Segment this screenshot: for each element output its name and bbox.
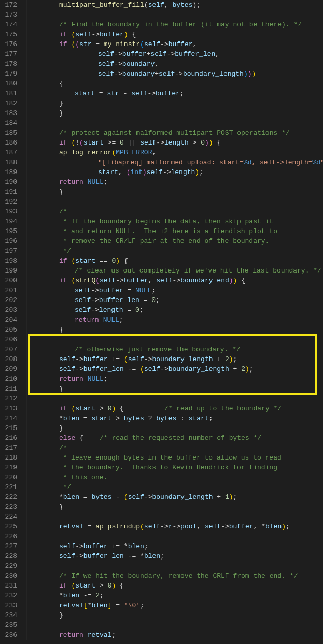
- code-line[interactable]: if (start == 0) {: [28, 256, 323, 266]
- token-cmt: /* otherwise just remove the boundary. *…: [75, 346, 241, 353]
- code-line[interactable]: if ((str = my_ninstr(self->buffer,: [28, 39, 323, 49]
- line-number: 185: [3, 128, 17, 138]
- code-line[interactable]: return NULL;: [28, 177, 323, 187]
- code-line[interactable]: *blen -= 2;: [28, 591, 323, 600]
- code-line[interactable]: if (strEQ(self->buffer, self->boundary_e…: [28, 276, 323, 285]
- token-id: blen: [144, 552, 160, 560]
- code-line[interactable]: "[libapreq] malformed upload: start=%d, …: [28, 158, 323, 167]
- token-cmt: * If the boundary begins the data, then …: [63, 218, 274, 225]
- code-line[interactable]: [28, 561, 323, 571]
- token-punc: ,: [148, 277, 157, 284]
- line-number: 213: [3, 404, 17, 413]
- line-number: 210: [3, 374, 17, 384]
- token-id: buffer: [122, 50, 147, 58]
- token-op: *: [59, 493, 63, 501]
- code-line[interactable]: [28, 620, 323, 630]
- code-line[interactable]: *blen = bytes - (self->boundary_length +…: [28, 492, 323, 502]
- code-line[interactable]: *blen = start > bytes ? bytes : start;: [28, 413, 323, 423]
- code-line[interactable]: [28, 532, 323, 541]
- token-punc: {: [116, 582, 124, 590]
- code-line[interactable]: [28, 512, 323, 522]
- code-line[interactable]: }: [28, 325, 323, 335]
- line-number: 195: [3, 226, 17, 236]
- line-number: 194: [3, 217, 17, 226]
- code-line[interactable]: start = str - self->buffer;: [28, 89, 323, 98]
- code-line[interactable]: }: [28, 108, 323, 118]
- code-line[interactable]: return NULL;: [28, 374, 323, 384]
- code-line[interactable]: }: [28, 98, 323, 108]
- token-num: 0: [120, 139, 124, 147]
- code-line[interactable]: self->buffer += (self->boundary_length +…: [28, 354, 323, 364]
- code-line[interactable]: if (!(start >= 0 || self->length > 0)) {: [28, 138, 323, 148]
- code-line[interactable]: retval = ap_pstrndup(self->r->pool, self…: [28, 522, 323, 532]
- code-line[interactable]: /*: [28, 443, 323, 453]
- token-ctl: return: [75, 316, 99, 324]
- token-ctl: return: [59, 375, 83, 383]
- code-line[interactable]: else { /* read the requested number of b…: [28, 433, 323, 443]
- code-line[interactable]: }: [28, 610, 323, 620]
- code-line[interactable]: * the boundary. Thanks to Kevin Hendrick…: [28, 463, 323, 473]
- code-line[interactable]: self->buffer = NULL;: [28, 285, 323, 295]
- token-id: self: [144, 365, 160, 373]
- token-id: length: [99, 306, 123, 314]
- code-line[interactable]: }: [28, 502, 323, 512]
- token-id: boundary_end: [180, 277, 229, 284]
- code-line[interactable]: /*: [28, 207, 323, 217]
- token-cmt: * the boundary. Thanks to Kevin Hendrick…: [63, 464, 277, 471]
- code-line[interactable]: return NULL;: [28, 315, 323, 325]
- code-line[interactable]: /* protect against malformed multipart P…: [28, 128, 323, 138]
- code-line[interactable]: }: [28, 384, 323, 394]
- token-yel: ): [229, 355, 233, 363]
- code-line[interactable]: self->buffer_len = 0;: [28, 295, 323, 305]
- token-op: *: [59, 592, 63, 599]
- code-line[interactable]: {: [28, 79, 323, 89]
- token-punc: ;: [100, 592, 104, 599]
- code-line[interactable]: * and return NULL. The +2 here is a fien…: [28, 226, 323, 236]
- code-line[interactable]: * leave enough bytes in the buffer to al…: [28, 453, 323, 463]
- line-number: 221: [3, 482, 17, 492]
- code-line[interactable]: self->buffer_len -= (self->boundary_leng…: [28, 364, 323, 374]
- code-line[interactable]: return retval;: [28, 630, 323, 640]
- token-yel: ): [229, 493, 233, 501]
- code-line[interactable]: ap_log_rerror(MPB_ERROR,: [28, 148, 323, 158]
- code-line[interactable]: /* If we hit the boundary, remove the CR…: [28, 571, 323, 581]
- code-line[interactable]: [28, 10, 323, 20]
- code-line[interactable]: multipart_buffer_fill(self, bytes);: [28, 0, 323, 10]
- line-number: 186: [3, 138, 17, 148]
- code-line[interactable]: /* otherwise just remove the boundary. *…: [28, 345, 323, 354]
- token-punc: ,: [196, 523, 205, 531]
- token-punc: ;: [180, 90, 184, 97]
- code-line[interactable]: * this one.: [28, 473, 323, 482]
- code-line[interactable]: * If the boundary begins the data, then …: [28, 217, 323, 226]
- code-editor[interactable]: 1721731741751761771781791801811821831841…: [0, 0, 323, 640]
- code-line[interactable]: * remove the CR/LF pair at the end of th…: [28, 236, 323, 246]
- code-line[interactable]: }: [28, 187, 323, 197]
- code-line[interactable]: self->buffer += *blen;: [28, 541, 323, 551]
- token-ctl: if: [59, 139, 67, 147]
- code-line[interactable]: self->buffer_len -= *blen;: [28, 551, 323, 561]
- code-line[interactable]: if (self->buffer) {: [28, 30, 323, 39]
- code-line[interactable]: /* Find the boundary in the buffer (it m…: [28, 20, 323, 30]
- code-line[interactable]: self->boundary+self->boundary_length))): [28, 69, 323, 79]
- code-line[interactable]: [28, 118, 323, 128]
- code-line[interactable]: [28, 394, 323, 404]
- code-line[interactable]: self->boundary,: [28, 59, 323, 69]
- code-line[interactable]: */: [28, 246, 323, 256]
- token-id: self: [159, 70, 175, 78]
- code-line[interactable]: if (start > 0) {: [28, 581, 323, 591]
- line-number: 201: [3, 285, 17, 295]
- code-area[interactable]: multipart_buffer_fill(self, bytes);/* Fi…: [27, 0, 323, 640]
- token-yel: (: [140, 365, 144, 373]
- code-line[interactable]: [28, 335, 323, 345]
- code-line[interactable]: if (start > 0) { /* read up to the bound…: [28, 404, 323, 413]
- code-line[interactable]: start, (int)self->length);: [28, 167, 323, 177]
- code-line[interactable]: [28, 197, 323, 207]
- code-line[interactable]: self->buffer+self->buffer_len,: [28, 49, 323, 59]
- code-line[interactable]: }: [28, 423, 323, 433]
- code-line[interactable]: retval[*blen] = '\0';: [28, 600, 323, 610]
- token-num: 0: [201, 139, 205, 147]
- code-line[interactable]: */: [28, 482, 323, 492]
- code-line[interactable]: /* clear us out completely if we've hit …: [28, 266, 323, 276]
- token-punc: ;: [144, 542, 148, 550]
- code-line[interactable]: self->length = 0;: [28, 305, 323, 315]
